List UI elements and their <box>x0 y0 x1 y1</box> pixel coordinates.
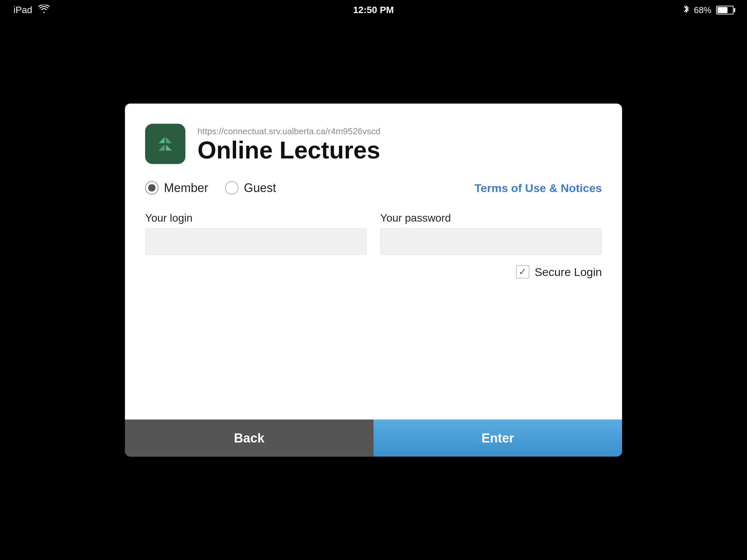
login-field: Your login <box>145 212 367 255</box>
login-input[interactable] <box>145 228 367 255</box>
checkmark-icon: ✓ <box>519 267 526 277</box>
app-url: https://connectuat.srv.ualberta.ca/r4m95… <box>198 126 380 136</box>
status-left: iPad <box>14 5 50 16</box>
button-row: Back Enter <box>125 420 622 457</box>
app-title-block: https://connectuat.srv.ualberta.ca/r4m95… <box>198 126 380 162</box>
app-title: Online Lectures <box>198 138 380 162</box>
form-row: Your login Your password <box>145 212 602 255</box>
guest-option[interactable]: Guest <box>225 181 276 195</box>
login-dialog: https://connectuat.srv.ualberta.ca/r4m95… <box>125 104 622 457</box>
member-option[interactable]: Member <box>145 181 208 195</box>
password-field: Your password <box>380 212 602 255</box>
status-time: 12:50 PM <box>353 5 394 16</box>
role-row: Member Guest Terms of Use & Notices <box>145 181 602 195</box>
terms-link[interactable]: Terms of Use & Notices <box>474 181 602 194</box>
role-options: Member Guest <box>145 181 474 195</box>
secure-login-checkbox[interactable]: ✓ <box>516 265 529 279</box>
password-label: Your password <box>380 212 602 224</box>
secure-login-checkbox-wrapper[interactable]: ✓ Secure Login <box>516 265 602 279</box>
battery-indicator <box>716 6 733 15</box>
device-name: iPad <box>14 5 32 16</box>
app-icon <box>145 124 185 164</box>
enter-button[interactable]: Enter <box>374 420 622 457</box>
secure-login-label: Secure Login <box>535 265 602 278</box>
member-radio-dot <box>148 184 156 192</box>
password-input[interactable] <box>380 228 602 255</box>
secure-login-row: ✓ Secure Login <box>145 265 602 279</box>
login-label: Your login <box>145 212 367 224</box>
app-header: https://connectuat.srv.ualberta.ca/r4m95… <box>145 124 602 164</box>
battery-percent: 68% <box>694 5 712 16</box>
bluetooth-icon <box>683 4 689 17</box>
guest-radio[interactable] <box>225 181 238 195</box>
guest-label: Guest <box>244 181 276 195</box>
status-bar: iPad 12:50 PM 68% <box>0 0 747 20</box>
wifi-icon <box>38 5 50 16</box>
back-button[interactable]: Back <box>125 420 374 457</box>
member-radio[interactable] <box>145 181 158 195</box>
spacer <box>145 299 602 420</box>
svg-rect-5 <box>164 143 166 145</box>
member-label: Member <box>164 181 208 195</box>
status-right: 68% <box>683 4 733 17</box>
